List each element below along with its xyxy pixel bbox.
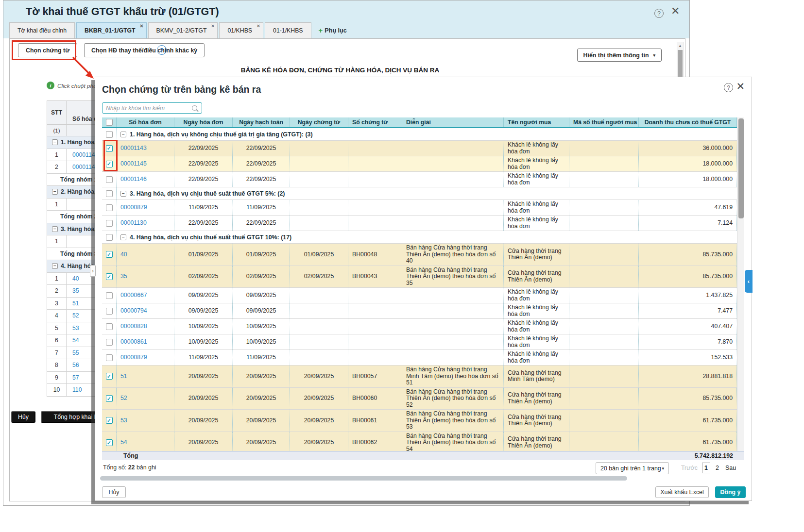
invoice-link[interactable]: 51 — [72, 300, 79, 307]
invoice-link[interactable]: 00001146 — [120, 176, 147, 183]
invoice-link[interactable]: 00001143 — [120, 145, 147, 152]
invoice-row[interactable]: 0000086110/09/202510/09/2025Khách lẻ khô… — [102, 334, 737, 350]
collapse-icon[interactable]: − — [120, 234, 126, 240]
invoice-row[interactable]: 0000114622/09/202522/09/2025Khách lẻ khô… — [102, 172, 737, 187]
collapse-icon[interactable]: − — [52, 226, 58, 232]
toolbar-help-icon[interactable]: ? — [157, 45, 167, 55]
window-close-icon[interactable]: ✕ — [671, 6, 680, 17]
collapse-icon[interactable]: − — [120, 191, 126, 197]
invoice-link[interactable]: 54 — [72, 337, 79, 344]
row-checkbox[interactable] — [106, 176, 113, 183]
tab-01-1/KHBS[interactable]: 01-1/KHBS — [265, 22, 311, 38]
collapse-icon[interactable]: − — [52, 189, 58, 195]
window-help-icon[interactable]: ? — [654, 9, 664, 18]
modal-help-icon[interactable]: ? — [724, 83, 733, 92]
collapse-icon[interactable]: − — [120, 132, 126, 137]
invoice-row[interactable]: ✓4001/09/202501/09/202501/09/2025BH00048… — [102, 244, 737, 266]
pagination-page-2[interactable]: 2 — [716, 465, 719, 471]
select-other-period-invoices-button[interactable]: Chọn HĐ thay thế/điều chỉnh khác kỳ — [84, 43, 205, 57]
modal-table-scrollbar[interactable] — [737, 117, 744, 451]
invoice-row[interactable]: 0000087911/09/202511/09/2025Khách lẻ khô… — [102, 200, 737, 216]
row-checkbox[interactable]: ✓ — [106, 439, 113, 446]
row-checkbox[interactable] — [106, 220, 113, 227]
invoice-row[interactable]: ✓0000114522/09/202522/09/2025Khách lẻ kh… — [102, 156, 737, 172]
group-checkbox[interactable] — [106, 190, 113, 197]
row-checkbox[interactable] — [106, 308, 113, 315]
tab-BKMV_01-2/GTGT[interactable]: BKMV_01-2/GTGT✕ — [148, 22, 218, 38]
pagination-next[interactable]: Sau — [725, 465, 736, 471]
invoice-link[interactable]: 51 — [120, 373, 127, 380]
invoice-link[interactable]: 35 — [120, 273, 127, 280]
invoice-link[interactable]: 53 — [120, 417, 127, 424]
row-checkbox[interactable]: ✓ — [106, 395, 113, 402]
scroll-up-icon[interactable]: ▲ — [677, 44, 683, 48]
pagination-prev[interactable]: Trước — [681, 465, 698, 471]
invoice-link[interactable]: 40 — [72, 275, 79, 282]
invoice-row[interactable]: 0000079409/09/202509/09/2025Khách lẻ khô… — [102, 303, 737, 319]
invoice-link[interactable]: 52 — [120, 395, 127, 402]
invoice-row[interactable]: 0000066709/09/202509/09/2025Khách lẻ khô… — [102, 288, 737, 303]
invoice-link[interactable]: 00000879 — [120, 354, 147, 361]
tab-close-icon[interactable]: ✕ — [211, 23, 215, 29]
group-checkbox[interactable] — [106, 234, 113, 241]
row-checkbox[interactable] — [106, 339, 113, 346]
invoice-row[interactable]: 0000113022/09/202522/09/2025Khách lẻ khô… — [102, 216, 737, 231]
invoice-link[interactable]: 35 — [72, 287, 79, 294]
panel-expand-handle[interactable]: › — [90, 265, 96, 277]
invoice-link[interactable]: 110 — [72, 386, 82, 393]
page-size-select[interactable]: 20 bản ghi trên 1 trang ▾ — [596, 462, 669, 474]
invoice-row[interactable]: 0000087911/09/202511/09/2025Khách lẻ khô… — [102, 350, 737, 366]
search-input[interactable] — [103, 105, 192, 112]
invoice-row[interactable]: ✓3502/09/202502/09/202502/09/2025BH00043… — [102, 266, 737, 288]
pagination-page-1[interactable]: 1 — [702, 463, 710, 473]
invoice-link[interactable]: 00001130 — [120, 220, 147, 227]
invoice-link[interactable]: 00000879 — [120, 204, 147, 211]
collapse-icon[interactable]: − — [52, 139, 58, 145]
collapse-icon[interactable]: − — [52, 263, 58, 269]
invoice-row[interactable]: ✓5420/09/202520/09/202520/09/2025BH00062… — [102, 432, 737, 451]
add-appendix-tab[interactable]: +Phụ lục — [313, 22, 353, 38]
invoice-row[interactable]: ✓5320/09/202520/09/202520/09/2025BH00061… — [102, 410, 737, 432]
export-excel-button[interactable]: Xuất khẩu Excel — [655, 486, 709, 498]
invoice-link[interactable]: 00000667 — [120, 292, 147, 299]
invoice-link[interactable]: 57 — [72, 374, 79, 381]
group-checkbox[interactable] — [106, 131, 113, 138]
invoice-link[interactable]: 00000828 — [120, 323, 147, 330]
horizontal-scrollbar[interactable] — [100, 476, 627, 481]
row-checkbox[interactable]: ✓ — [106, 373, 113, 380]
row-checkbox[interactable] — [106, 292, 113, 299]
modal-close-icon[interactable]: ✕ — [736, 81, 745, 91]
row-checkbox[interactable]: ✓ — [106, 251, 113, 258]
tab-BKBR_01-1/GTGT[interactable]: BKBR_01-1/GTGT✕ — [76, 22, 147, 38]
invoice-link[interactable]: 54 — [120, 439, 127, 446]
modal-scrollbar-thumb[interactable] — [738, 118, 744, 218]
cancel-button-background[interactable]: Hủy — [11, 411, 35, 423]
select-all-checkbox[interactable] — [106, 119, 113, 126]
tab-close-icon[interactable]: ✕ — [257, 23, 260, 29]
row-checkbox[interactable]: ✓ — [106, 417, 113, 424]
search-icon[interactable] — [192, 105, 197, 111]
invoice-row[interactable]: ✓5120/09/202520/09/202520/09/2025BH00057… — [102, 366, 737, 388]
modal-cancel-button[interactable]: Hủy — [102, 486, 126, 498]
side-panel-handle[interactable]: ‹ — [745, 270, 753, 293]
tab-close-icon[interactable]: ✕ — [139, 23, 143, 29]
invoice-link[interactable]: 52 — [72, 312, 79, 319]
row-checkbox[interactable]: ✓ — [106, 273, 113, 280]
invoice-link[interactable]: 55 — [72, 349, 79, 356]
row-checkbox[interactable] — [106, 204, 113, 211]
invoice-link[interactable]: 00001145 — [120, 161, 147, 167]
tab-Tờ khai điều chỉnh[interactable]: Tờ khai điều chỉnh — [9, 22, 75, 38]
row-checkbox[interactable] — [106, 323, 113, 330]
invoice-row[interactable]: 0000082810/09/202510/09/2025Khách lẻ khô… — [102, 319, 737, 334]
confirm-button[interactable]: Đồng ý — [715, 486, 746, 498]
invoice-link[interactable]: 00000794 — [120, 308, 147, 315]
tab-01/KHBS[interactable]: 01/KHBS✕ — [219, 22, 263, 38]
show-more-info-button[interactable]: Hiển thị thêm thông tin ▾ — [577, 49, 662, 62]
group-row[interactable]: −4. Hàng hóa, dịch vụ chịu thuế suất thu… — [102, 231, 737, 244]
invoice-link[interactable]: 40 — [120, 251, 127, 258]
invoice-link[interactable]: 00000861 — [120, 339, 147, 346]
invoice-row[interactable]: ✓0000114322/09/202522/09/2025Khách lẻ kh… — [102, 141, 737, 156]
row-checkbox[interactable] — [106, 354, 113, 361]
invoice-row[interactable]: ✓5220/09/202520/09/202520/09/2025BH00060… — [102, 388, 737, 410]
group-row[interactable]: −3. Hàng hóa, dịch vụ chịu thuế suất thu… — [102, 187, 737, 200]
